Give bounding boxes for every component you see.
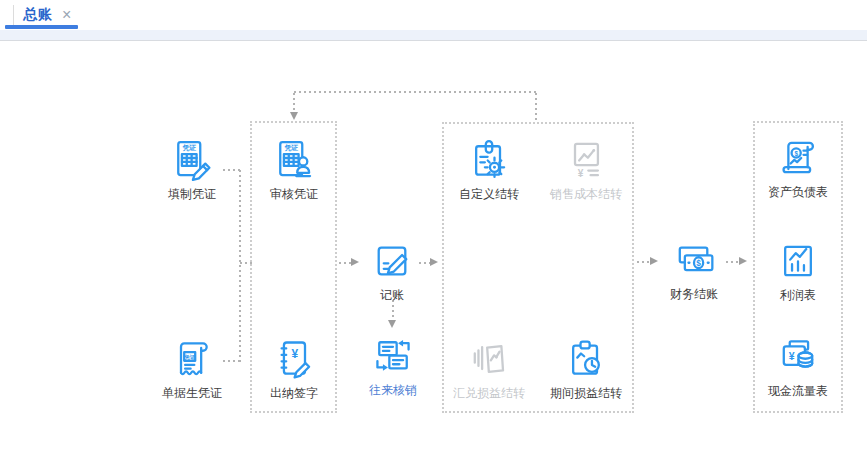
- node-audit-voucher[interactable]: 凭证 审核凭证: [248, 138, 340, 201]
- tab-label: 总账: [23, 6, 53, 24]
- connector-loop-left: [293, 93, 295, 113]
- svg-text:$: $: [794, 150, 798, 158]
- node-label: 资产负债表: [768, 185, 828, 199]
- connector-loop-right: [535, 93, 537, 122]
- notebook-yen-pencil-icon: ¥: [272, 337, 316, 381]
- node-bookkeeping[interactable]: 记账: [346, 239, 438, 302]
- tab-close-icon[interactable]: ×: [62, 7, 71, 23]
- connector-into-audit-box: [240, 262, 252, 264]
- voucher-stamp-icon: 凭证: [272, 138, 316, 182]
- app-window: 总账 ×: [0, 0, 867, 471]
- node-label: 审核凭证: [270, 187, 318, 201]
- node-doc-to-voucher[interactable]: 凭证 单据生凭证: [146, 337, 238, 400]
- document-pencil-icon: [370, 239, 414, 283]
- node-exchange-gain-loss-carryover[interactable]: 汇兑损益结转: [443, 337, 535, 400]
- node-fill-voucher[interactable]: 凭证 填制凭证: [146, 138, 238, 201]
- connector-loop-top: [294, 91, 537, 93]
- node-label: 往来核销: [369, 383, 417, 397]
- banknotes-dollar-icon: $: [672, 238, 716, 282]
- receipt-voucher-icon: 凭证: [170, 337, 214, 381]
- scroll-coin-chart-icon: $: [776, 136, 820, 180]
- node-label: 现金流量表: [768, 384, 828, 398]
- clipboard-gear-icon: [467, 138, 511, 182]
- node-label: 销售成本结转: [550, 187, 622, 201]
- node-label: 汇兑损益结转: [453, 386, 525, 400]
- node-label: 自定义结转: [459, 187, 519, 201]
- flow-canvas: 凭证 填制凭证 凭证: [0, 41, 867, 471]
- node-label: 利润表: [780, 288, 816, 302]
- node-label: 出纳签字: [270, 386, 318, 400]
- connector-to-writeoff-arrowhead: [388, 320, 396, 328]
- bar-chart-icon: [776, 239, 820, 283]
- node-transaction-writeoff[interactable]: 往来核销: [347, 334, 439, 397]
- node-label: 记账: [380, 288, 404, 302]
- node-custom-carryover[interactable]: 自定义结转: [443, 138, 535, 201]
- connector-merge-vertical: [239, 170, 241, 362]
- svg-text:¥: ¥: [292, 347, 299, 361]
- voucher-pencil-icon: 凭证: [170, 138, 214, 182]
- node-cashier-sign[interactable]: ¥ 出纳签字: [248, 337, 340, 400]
- documents-sync-icon: [371, 334, 415, 378]
- connector-to-writeoff: [392, 300, 394, 321]
- wallet-coins-icon: ¥: [776, 335, 820, 379]
- svg-text:凭证: 凭证: [183, 354, 196, 361]
- tab-general-ledger[interactable]: 总账 ×: [14, 3, 81, 27]
- node-sales-cost-carryover[interactable]: ¥ 销售成本结转: [540, 138, 632, 201]
- node-label: 期间损益结转: [550, 386, 622, 400]
- tab-bar: 总账 ×: [0, 0, 867, 30]
- svg-text:¥: ¥: [578, 168, 584, 179]
- node-balance-sheet[interactable]: $ 资产负债表: [752, 136, 844, 199]
- tab-active-indicator: [5, 25, 78, 29]
- clipboard-clock-icon: [564, 337, 608, 381]
- svg-text:凭证: 凭证: [181, 144, 196, 152]
- svg-text:$: $: [696, 259, 701, 268]
- node-income-statement[interactable]: 利润表: [752, 239, 844, 302]
- page-wave-icon: [467, 337, 511, 381]
- svg-text:凭证: 凭证: [283, 144, 298, 152]
- svg-text:¥: ¥: [789, 350, 795, 362]
- node-label: 财务结账: [670, 287, 718, 301]
- node-label: 填制凭证: [168, 187, 216, 201]
- node-cash-flow-statement[interactable]: ¥ 现金流量表: [752, 335, 844, 398]
- chart-yen-icon: ¥: [564, 138, 608, 182]
- toolbar-strip: [0, 30, 867, 41]
- node-financial-closing[interactable]: $ 财务结账: [648, 238, 740, 301]
- node-period-profit-loss-carryover[interactable]: 期间损益结转: [540, 337, 632, 400]
- connector-loop-arrowhead: [290, 112, 298, 120]
- node-label: 单据生凭证: [162, 386, 222, 400]
- connector-to-reports-arrowhead: [739, 257, 747, 265]
